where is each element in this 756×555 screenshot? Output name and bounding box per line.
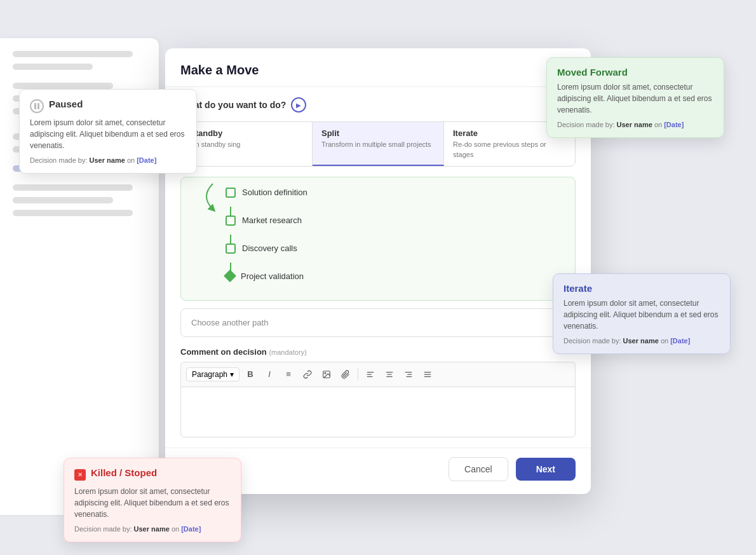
align-center-button[interactable] — [381, 366, 398, 383]
link-button[interactable] — [299, 366, 316, 383]
standby-title: Standby — [190, 128, 303, 138]
editor-area[interactable] — [180, 387, 576, 437]
paragraph-select[interactable]: Paragraph ▾ — [186, 367, 240, 381]
curved-arrow-svg — [194, 177, 232, 216]
iterate-card-title: Iterate — [564, 283, 720, 294]
step-label: Market research — [242, 216, 302, 225]
moved-forward-card: Moved Forward Lorem ipsum dolor sit amet… — [546, 57, 724, 138]
pause-icon — [30, 99, 44, 113]
cancel-button[interactable]: Cancel — [449, 457, 508, 481]
image-button[interactable] — [318, 366, 335, 383]
justify-button[interactable] — [419, 366, 436, 383]
step-label: Discovery calls — [242, 243, 297, 253]
italic-button[interactable]: I — [261, 366, 278, 383]
comment-label: Comment on decision (mandatory) — [180, 347, 576, 357]
modal-header: Make a Move × — [165, 48, 591, 87]
attach-button[interactable] — [337, 366, 354, 383]
standby-desc: t in standby sing — [190, 140, 303, 149]
iterate-card: Iterate Lorem ipsum dolor sit amet, cons… — [553, 273, 731, 354]
split-desc: Transform in multiple small projects — [321, 140, 435, 149]
moved-forward-footer: Decision made by: User name on [Date] — [557, 121, 713, 128]
paused-text: Lorem ipsum dolor sit amet, consectetur … — [30, 117, 186, 151]
option-split[interactable]: Split Transform in multiple small projec… — [313, 122, 444, 166]
steps-list: Solution definition Market research Disc… — [226, 188, 562, 281]
align-left-button[interactable] — [362, 366, 379, 383]
paused-title: Paused — [49, 99, 83, 109]
next-button[interactable]: Next — [516, 458, 576, 481]
moved-forward-text: Lorem ipsum dolor sit amet, consectetur … — [557, 81, 713, 116]
bold-button[interactable]: B — [242, 366, 259, 383]
step-item: Project validation — [226, 271, 562, 281]
step-icon-square — [226, 243, 236, 254]
iterate-card-footer: Decision made by: User name on [Date] — [564, 337, 720, 345]
step-item: Market research — [226, 216, 562, 226]
svg-point-1 — [325, 373, 326, 374]
steps-container: Solution definition Market research Disc… — [180, 177, 576, 301]
paused-card: Paused Lorem ipsum dolor sit amet, conse… — [19, 89, 197, 174]
modal-body: What do you want to do? ▶ Standby t in s… — [165, 87, 591, 448]
iterate-card-text: Lorem ipsum dolor sit amet, consectetur … — [564, 298, 720, 332]
step-icon-square — [226, 216, 236, 226]
moved-forward-title: Moved Forward — [557, 67, 713, 78]
iterate-desc: Re-do some previous steps or stages — [453, 140, 566, 160]
killed-header: ✕ Killed / Stoped — [74, 467, 231, 482]
step-item: Solution definition — [226, 188, 562, 198]
question-row: What do you want to do? ▶ — [180, 97, 576, 113]
list-button[interactable]: ≡ — [280, 366, 297, 383]
killed-title: Killed / Stoped — [91, 467, 157, 478]
step-item: Discovery calls — [226, 243, 562, 254]
killed-icon: ✕ — [74, 469, 86, 481]
paused-footer: Decision made by: User name on [Date] — [30, 156, 186, 164]
choose-path-label: Choose another path — [191, 318, 268, 327]
step-label: Project validation — [241, 271, 304, 281]
toolbar-divider — [358, 368, 358, 381]
step-icon-diamond — [224, 270, 236, 282]
play-symbol: ▶ — [296, 102, 301, 109]
step-label: Solution definition — [242, 188, 307, 197]
comment-section: Comment on decision (mandatory) Paragrap… — [180, 347, 576, 437]
killed-footer: Decision made by: User name on [Date] — [74, 525, 231, 533]
align-right-button[interactable] — [400, 366, 417, 383]
step-connector — [230, 235, 231, 243]
killed-text: Lorem ipsum dolor sit amet, consectetur … — [74, 486, 231, 520]
killed-card: ✕ Killed / Stoped Lorem ipsum dolor sit … — [64, 458, 241, 542]
split-title: Split — [321, 128, 435, 138]
choose-path[interactable]: Choose another path — [180, 308, 576, 337]
options-row: Standby t in standby sing Split Transfor… — [180, 121, 576, 167]
modal-title: Make a Move — [180, 63, 259, 78]
option-standby[interactable]: Standby t in standby sing — [181, 122, 313, 166]
chevron-down-icon: ▾ — [230, 370, 234, 379]
modal: Make a Move × What do you want to do? ▶ … — [165, 48, 591, 494]
play-icon[interactable]: ▶ — [291, 97, 306, 113]
editor-toolbar: Paragraph ▾ B I ≡ — [180, 362, 576, 387]
